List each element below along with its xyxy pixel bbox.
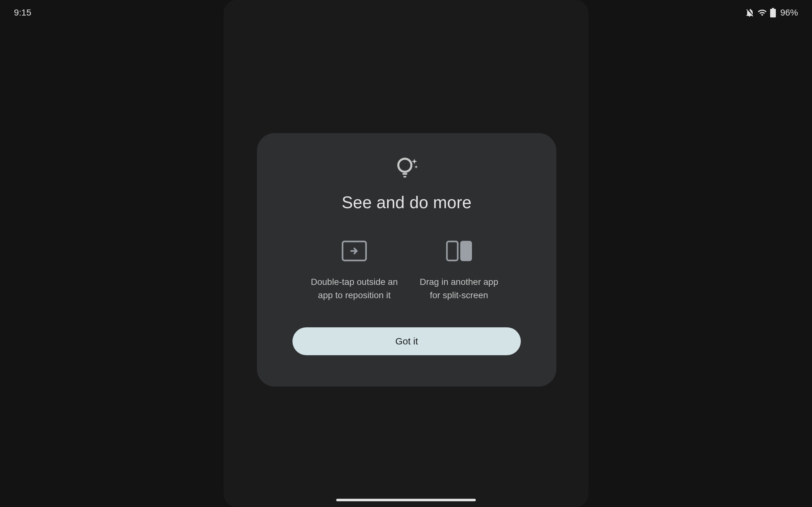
tips-dialog: See and do more Double-tap outside an ap…: [257, 133, 556, 387]
svg-point-0: [398, 159, 411, 172]
svg-rect-2: [403, 176, 406, 177]
tips-row: Double-tap outside an app to reposition …: [310, 240, 503, 302]
dialog-title: See and do more: [342, 193, 472, 212]
tip-text: Drag in another app for split-screen: [415, 275, 503, 302]
got-it-button[interactable]: Got it: [293, 327, 521, 355]
svg-rect-4: [447, 241, 458, 261]
status-icons: 96%: [745, 8, 798, 18]
svg-rect-5: [460, 241, 472, 261]
status-time: 9:15: [14, 8, 32, 18]
notifications-off-icon: [745, 8, 754, 17]
tip-text: Double-tap outside an app to reposition …: [310, 275, 399, 302]
battery-percent: 96%: [780, 8, 798, 18]
battery-icon: [770, 8, 776, 17]
status-bar: 9:15 96%: [0, 0, 812, 25]
tip-reposition: Double-tap outside an app to reposition …: [310, 240, 399, 302]
svg-rect-1: [403, 173, 407, 175]
split-screen-icon: [446, 240, 472, 263]
reposition-icon: [342, 240, 367, 263]
lightbulb-sparkle-icon: [392, 153, 421, 183]
wifi-icon: [757, 8, 767, 17]
tip-split-screen: Drag in another app for split-screen: [415, 240, 503, 302]
navigation-handle[interactable]: [336, 499, 476, 501]
